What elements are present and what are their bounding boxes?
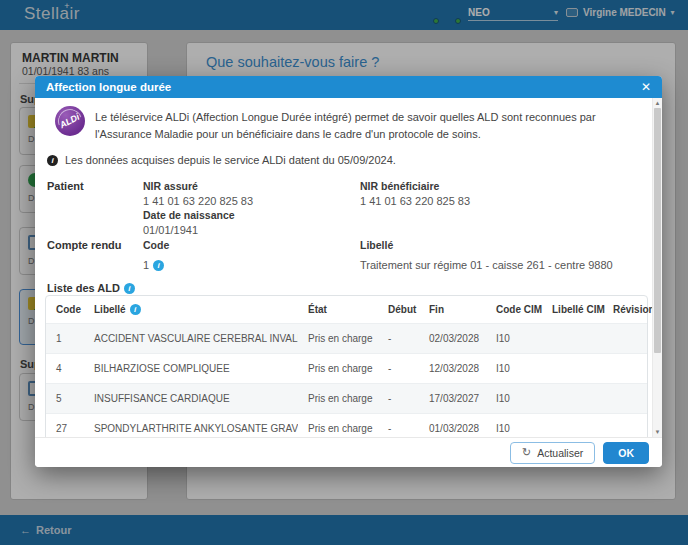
table-row: 5 INSUFFISANCE CARDIAQUE Pris en charge … bbox=[46, 383, 647, 413]
info-icon[interactable]: i bbox=[153, 260, 164, 271]
modal-footer: ↻ Actualiser OK bbox=[35, 437, 662, 467]
close-icon[interactable]: ✕ bbox=[641, 81, 651, 93]
patient-section-label: Patient bbox=[47, 180, 84, 192]
aldi-service-logo: ALDi bbox=[55, 106, 85, 136]
table-row: 4 BILHARZIOSE COMPLIQUEE Pris en charge … bbox=[46, 353, 647, 383]
ald-list-label: Liste des ALD i bbox=[47, 282, 135, 294]
col-code-cim: Code CIM bbox=[486, 296, 542, 323]
field-code: Code 1 i bbox=[143, 239, 169, 271]
col-code: Code bbox=[46, 296, 84, 323]
info-icon: i bbox=[47, 155, 58, 166]
field-nir-assure: NIR assuré 1 41 01 63 220 825 83 bbox=[143, 180, 253, 207]
field-libelle: Libellé Traitement sur régime 01 - caiss… bbox=[360, 239, 613, 271]
ald-modal: Affection longue durée ✕ ALDi Le téléser… bbox=[35, 76, 662, 467]
field-nir-beneficiaire: NIR bénéficiaire 1 41 01 63 220 825 83 bbox=[360, 180, 470, 207]
scroll-down-icon[interactable]: ▼ bbox=[653, 427, 662, 437]
modal-titlebar: Affection longue durée ✕ bbox=[35, 76, 662, 98]
col-libelle-cim: Libellé CIM bbox=[542, 296, 603, 323]
field-birth-date: Date de naissance 01/01/1941 bbox=[143, 209, 235, 236]
info-icon[interactable]: i bbox=[130, 304, 141, 315]
ald-table: Code Libellé i État Début Fin Code CIM L… bbox=[45, 295, 648, 437]
compte-rendu-section-label: Compte rendu bbox=[47, 239, 122, 251]
col-fin: Fin bbox=[419, 296, 486, 323]
ok-button[interactable]: OK bbox=[603, 442, 649, 464]
refresh-icon: ↻ bbox=[522, 447, 531, 458]
scroll-up-icon[interactable]: ▲ bbox=[653, 98, 662, 108]
info-icon[interactable]: i bbox=[124, 283, 135, 294]
scrollbar-thumb[interactable] bbox=[654, 108, 661, 353]
modal-title: Affection longue durée bbox=[46, 81, 171, 93]
table-row: 27 SPONDYLARTHRITE ANKYLOSANTE GRAVE Pri… bbox=[46, 413, 647, 437]
col-etat: État bbox=[298, 296, 378, 323]
refresh-button[interactable]: ↻ Actualiser bbox=[510, 442, 595, 464]
app-root: Stellair + NEO ▾ Virgine MEDECIN ▾ MARTI… bbox=[0, 0, 688, 545]
col-revision-cim: Révision CIM bbox=[603, 296, 647, 323]
col-debut: Début bbox=[378, 296, 419, 323]
table-header-row: Code Libellé i État Début Fin Code CIM L… bbox=[46, 296, 647, 323]
modal-body: ALDi Le téléservice ALDi (Affection Long… bbox=[35, 98, 662, 437]
modal-scrollbar[interactable]: ▲ ▼ bbox=[652, 98, 662, 437]
col-libelle: Libellé i bbox=[84, 296, 298, 323]
table-row: 1 ACCIDENT VASCULAIRE CEREBRAL INVALIDAN… bbox=[46, 323, 647, 353]
service-description: Le téléservice ALDi (Affection Longue Du… bbox=[95, 109, 645, 142]
data-notice: i Les données acquises depuis le service… bbox=[47, 154, 396, 166]
